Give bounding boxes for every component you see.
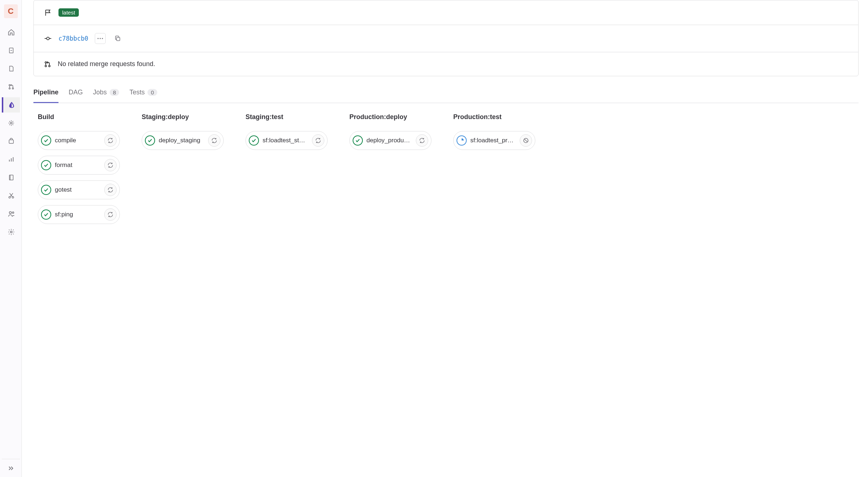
job-deploy-production[interactable]: deploy_product… — [349, 131, 431, 150]
status-success-icon — [249, 135, 259, 146]
nav-settings-icon[interactable] — [2, 224, 20, 240]
copy-commit-icon[interactable] — [112, 33, 123, 44]
svg-point-17 — [46, 37, 49, 40]
tab-jobs[interactable]: Jobs 8 — [93, 83, 119, 103]
stage-staging-test: Staging:test sf:loadtest_sta… — [246, 113, 328, 230]
stage-production-test: Production:test sf:loadtest_pro… — [453, 113, 535, 230]
nav-home-icon[interactable] — [2, 25, 20, 40]
retry-icon[interactable] — [104, 208, 117, 221]
svg-rect-23 — [117, 37, 120, 41]
tab-tests-count: 0 — [147, 89, 157, 96]
nav-file-icon[interactable] — [2, 43, 20, 58]
tab-jobs-label: Jobs — [93, 89, 107, 96]
job-gotest-label: gotest — [55, 186, 101, 193]
svg-point-25 — [45, 65, 46, 66]
commit-icon — [44, 34, 52, 42]
job-sf-loadtest-production[interactable]: sf:loadtest_pro… — [453, 131, 535, 150]
cancel-icon[interactable] — [520, 134, 532, 147]
svg-point-14 — [9, 212, 12, 214]
job-deploy-staging[interactable]: deploy_staging — [142, 131, 224, 150]
nav-deployments-icon[interactable] — [2, 115, 20, 131]
related-mr-text: No related merge requests found. — [58, 60, 155, 68]
tab-dag[interactable]: DAG — [69, 83, 83, 103]
svg-point-5 — [11, 122, 12, 124]
pipeline-flag-row: latest — [34, 0, 858, 25]
nav-packages-icon[interactable] — [2, 134, 20, 149]
status-success-icon — [353, 135, 363, 146]
status-success-icon — [41, 209, 51, 220]
stage-build-title: Build — [38, 113, 120, 121]
commit-more-button[interactable] — [95, 33, 106, 44]
job-gotest[interactable]: gotest — [38, 180, 120, 199]
job-deploy-production-label: deploy_product… — [366, 137, 412, 144]
job-sf-loadtest-production-label: sf:loadtest_pro… — [470, 137, 516, 144]
svg-point-16 — [11, 231, 12, 233]
status-success-icon — [41, 160, 51, 170]
nav-snippets-icon[interactable] — [2, 188, 20, 203]
stage-production-deploy: Production:deploy deploy_product… — [349, 113, 431, 230]
job-sfping[interactable]: sf:ping — [38, 205, 120, 224]
svg-point-20 — [97, 38, 98, 39]
job-sfping-label: sf:ping — [55, 211, 101, 218]
job-format[interactable]: format — [38, 156, 120, 175]
job-compile[interactable]: compile — [38, 131, 120, 150]
job-sf-loadtest-staging-label: sf:loadtest_sta… — [263, 137, 308, 144]
svg-point-22 — [102, 38, 103, 39]
commit-row: c78bbcb0 — [34, 25, 858, 52]
retry-icon[interactable] — [104, 134, 117, 147]
svg-point-26 — [49, 65, 50, 66]
sidebar-collapse-icon[interactable] — [2, 459, 20, 477]
commit-sha-link[interactable]: c78bbcb0 — [58, 35, 88, 42]
nav-wiki-icon[interactable] — [2, 170, 20, 185]
svg-point-21 — [100, 38, 101, 39]
status-success-icon — [41, 185, 51, 195]
nav-cicd-icon[interactable] — [2, 97, 20, 113]
nav-members-icon[interactable] — [2, 206, 20, 221]
tab-tests[interactable]: Tests 0 — [129, 83, 157, 103]
retry-icon[interactable] — [104, 159, 117, 171]
svg-line-28 — [524, 139, 527, 142]
retry-icon[interactable] — [416, 134, 428, 147]
status-success-icon — [41, 135, 51, 146]
merge-request-icon — [44, 61, 51, 68]
status-running-icon — [457, 135, 467, 146]
stage-staging-test-title: Staging:test — [246, 113, 328, 121]
pipeline-header-card: latest c78bbcb0 — [33, 0, 859, 76]
retry-icon[interactable] — [312, 134, 324, 147]
tab-pipeline[interactable]: Pipeline — [33, 83, 58, 103]
pipeline-tabs: Pipeline DAG Jobs 8 Tests 0 — [33, 83, 859, 103]
job-compile-label: compile — [55, 137, 101, 144]
flag-icon — [44, 9, 52, 17]
svg-point-2 — [9, 85, 11, 86]
project-avatar[interactable]: C — [4, 4, 18, 18]
job-format-label: format — [55, 162, 101, 169]
retry-icon[interactable] — [208, 134, 220, 147]
stage-production-test-title: Production:test — [453, 113, 535, 121]
nav-merge-requests-icon[interactable] — [2, 79, 20, 94]
stage-staging-deploy: Staging:deploy deploy_staging — [142, 113, 224, 230]
latest-badge: latest — [58, 8, 79, 17]
status-success-icon — [145, 135, 155, 146]
job-sf-loadtest-staging[interactable]: sf:loadtest_sta… — [246, 131, 328, 150]
nav-analytics-icon[interactable] — [2, 152, 20, 167]
job-deploy-staging-label: deploy_staging — [159, 137, 204, 144]
svg-point-3 — [9, 88, 11, 89]
nav-issues-icon[interactable] — [2, 61, 20, 76]
tab-jobs-count: 8 — [110, 89, 119, 96]
svg-point-4 — [12, 88, 14, 89]
sidebar: C — [0, 0, 22, 477]
stage-staging-deploy-title: Staging:deploy — [142, 113, 224, 121]
retry-icon[interactable] — [104, 184, 117, 196]
svg-rect-6 — [9, 140, 13, 143]
related-mr-row: No related merge requests found. — [34, 52, 858, 76]
stage-production-deploy-title: Production:deploy — [349, 113, 431, 121]
tab-tests-label: Tests — [129, 89, 145, 96]
svg-point-24 — [45, 61, 46, 63]
pipeline-graph: Build compile form — [33, 112, 859, 231]
svg-point-15 — [12, 212, 14, 213]
main-content: latest c78bbcb0 — [22, 0, 868, 477]
stage-build: Build compile form — [38, 113, 120, 230]
